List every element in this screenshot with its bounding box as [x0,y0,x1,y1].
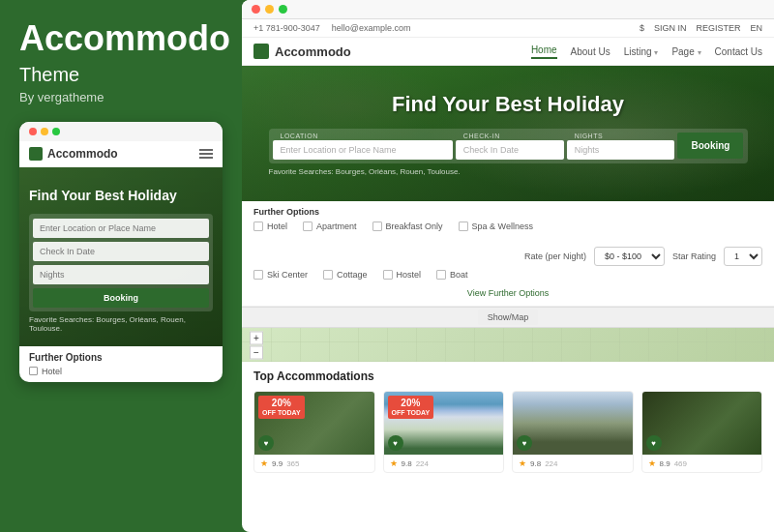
checkin-input[interactable] [456,140,564,160]
card-1-rating: ★ 9.9 365 [260,458,369,468]
nights-label: NIGHTS [567,133,675,139]
card-2-heart[interactable]: ♥ [388,435,403,451]
contact-info: +1 781-900-3047 hello@example.com [253,23,411,33]
apartment-checkbox[interactable] [303,222,313,231]
app-title: Accommodo [19,19,223,58]
nights-input[interactable] [567,140,675,160]
map-zoom-out[interactable]: − [250,345,263,359]
rate-label: Rate (per Night) [524,251,586,261]
card-1-heart[interactable]: ♥ [258,435,274,451]
ski-checkbox[interactable] [253,270,263,280]
hostel-checkbox[interactable] [383,270,393,280]
card-2-count: 224 [416,459,429,468]
hotel-checkbox[interactable] [253,222,263,231]
mobile-form: Booking [29,214,213,311]
header-actions: $ SIGN IN REGISTER EN [640,23,762,33]
star-label: Star Rating [672,251,716,261]
desktop-logo-icon [253,44,269,59]
card-1-image: 20% OFF TODAY ♥ [254,392,374,455]
boat-checkbox[interactable] [436,270,446,280]
card-2-rating: ★ 9.8 224 [390,458,498,468]
card-1-badge-sub: OFF TODAY [262,409,301,417]
option-hostel: Hostel [383,270,422,280]
accommodations-grid: 20% OFF TODAY ♥ ★ 9.9 365 20% [253,391,762,473]
spa-checkbox[interactable] [459,222,468,231]
chrome-dot-red [252,5,260,14]
mobile-nights-input[interactable] [33,265,209,284]
option-hotel: Hotel [253,222,287,231]
chrome-dot-green [279,5,287,14]
chrome-dot-yellow [265,5,274,14]
hero-search-bar: LOCATION CHECK-IN NIGHTS Booking [269,129,748,163]
card-2-star: ★ [390,458,398,468]
card-4-info: ★ 8.9 469 [642,455,762,472]
view-further-link[interactable]: View Further Options [467,288,549,298]
mobile-hamburger[interactable] [199,149,213,159]
sign-in-link[interactable]: SIGN IN [654,23,687,33]
cottage-checkbox[interactable] [323,270,333,280]
mobile-hotel-checkbox[interactable] [29,367,38,375]
page-arrow: ▾ [698,48,701,57]
card-3-image: ♥ [513,392,633,455]
nav-contact[interactable]: Contact Us [715,46,762,57]
card-2-badge-pct: 20% [392,398,431,409]
options-row-2: Ski Center Cottage Hostel Boat [253,270,762,280]
mobile-top-bar [19,122,223,141]
card-3-rating: ★ 9.8 224 [519,458,627,468]
dot-red [29,128,37,135]
desktop-preview: +1 781-900-3047 hello@example.com $ SIGN… [242,0,774,532]
rate-select[interactable]: $0 - $100 [594,247,665,266]
left-panel: Accommodo Theme By vergatheme Accommodo … [0,0,242,532]
desktop-nav-links: Home About Us Listing ▾ Page ▾ Contact U… [531,44,762,59]
mobile-location-input[interactable] [33,219,209,238]
location-field: LOCATION [273,133,453,160]
card-2-info: ★ 9.8 224 [384,455,504,472]
boat-label: Boat [450,270,468,280]
breakfast-checkbox[interactable] [372,222,382,231]
mobile-favorites: Favorite Searches: Bourges, Orléans, Rou… [29,311,213,335]
mobile-preview: Accommodo Find Your Best Holiday Booking… [19,122,223,382]
card-4-rating: ★ 8.9 469 [648,458,757,468]
mobile-hero: Find Your Best Holiday Booking Favorite … [19,167,223,346]
map-controls: + − [250,331,263,359]
show-map-button[interactable]: Show/Map [478,310,539,325]
card-4-heart[interactable]: ♥ [646,435,662,451]
nav-page[interactable]: Page ▾ [671,46,700,57]
mobile-further-options: Further Options Hotel [19,346,223,382]
nav-listing[interactable]: Listing ▾ [624,46,659,57]
card-4-score: 8.9 [660,459,670,468]
app-subtitle: Theme [19,64,223,86]
booking-button[interactable]: Booking [677,133,743,159]
phone-number: +1 781-900-3047 [253,23,320,33]
currency-selector[interactable]: $ [640,23,644,33]
card-1-info: ★ 9.9 365 [254,455,374,472]
mobile-checkin-input[interactable] [33,242,209,261]
nav-about[interactable]: About Us [571,46,610,57]
map-zoom-in[interactable]: + [250,331,263,344]
nav-home[interactable]: Home [531,44,557,59]
accommodations-title: Top Accommodations [253,369,762,383]
mobile-hero-title: Find Your Best Holiday [29,187,213,204]
card-2-badge-sub: OFF TODAY [392,409,431,417]
card-1-badge: 20% OFF TODAY [258,396,305,419]
register-link[interactable]: REGISTER [696,23,740,33]
location-label: LOCATION [273,133,453,139]
breakfast-label: Breakfast Only [386,222,443,231]
mobile-further-title: Further Options [29,352,213,363]
accommodation-card-1: 20% OFF TODAY ♥ ★ 9.9 365 [253,391,375,473]
option-boat: Boat [436,270,468,280]
location-input[interactable] [273,140,453,160]
language-selector[interactable]: EN [750,23,762,33]
card-3-heart[interactable]: ♥ [517,435,532,451]
apartment-label: Apartment [316,222,357,231]
show-map-container: Show/Map [242,307,774,328]
ski-label: Ski Center [267,270,308,280]
accommodation-card-2: 20% OFF TODAY ♥ ★ 9.8 224 [383,391,505,473]
mobile-booking-button[interactable]: Booking [33,288,209,308]
cottage-label: Cottage [337,270,368,280]
mobile-logo-icon [29,147,43,161]
rate-section: Rate (per Night) $0 - $100 Star Rating 1 [524,247,762,266]
star-select[interactable]: 1 [724,247,762,266]
desktop-nav: Accommodo Home About Us Listing ▾ Page ▾… [242,38,774,66]
checkin-label: CHECK-IN [456,133,564,139]
